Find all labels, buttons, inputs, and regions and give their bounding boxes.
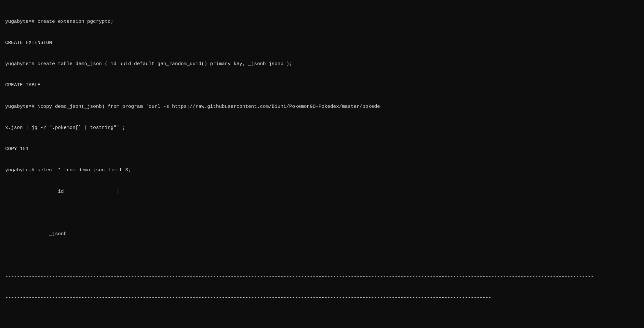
output-text: COPY 151 [5,146,29,152]
output-text: _jsonb [5,231,67,237]
separator-1: --------------------------------------+-… [5,273,639,280]
terminal-window: yugabyte=# create extension pgcrypto; CR… [5,4,639,328]
prompt-cont-text: x.json | jq -r ".pokemon[] | tostring"' … [5,125,125,131]
prompt-text: yugabyte=# create table demo_json ( id u… [5,61,292,67]
line-7: COPY 151 [5,146,639,153]
prompt-text: yugabyte=# \copy demo_json(_jsonb) from … [5,104,380,109]
line-2: CREATE EXTENSION [5,39,639,47]
output-text [5,210,8,216]
line-3: yugabyte=# create table demo_json ( id u… [5,61,639,68]
line-11: _jsonb [5,231,639,238]
prompt-text: yugabyte=# create extension pgcrypto; [5,19,114,24]
line-4: CREATE TABLE [5,82,639,89]
line-5: yugabyte=# \copy demo_json(_jsonb) from … [5,103,639,110]
line-1: yugabyte=# create extension pgcrypto; [5,18,639,25]
line-blank [5,316,639,323]
output-text: CREATE TABLE [5,82,40,88]
line-10 [5,209,639,217]
separator-2: ----------------------------------------… [5,294,639,302]
output-text: CREATE EXTENSION [5,40,52,46]
line-9: id | [5,188,639,195]
line-8: yugabyte=# select * from demo_json limit… [5,167,639,174]
output-text [5,252,8,258]
line-6: x.json | jq -r ".pokemon[] | tostring"' … [5,124,639,132]
line-12 [5,252,639,259]
output-text: id | [5,189,119,194]
prompt-text: yugabyte=# select * from demo_json limit… [5,167,131,173]
